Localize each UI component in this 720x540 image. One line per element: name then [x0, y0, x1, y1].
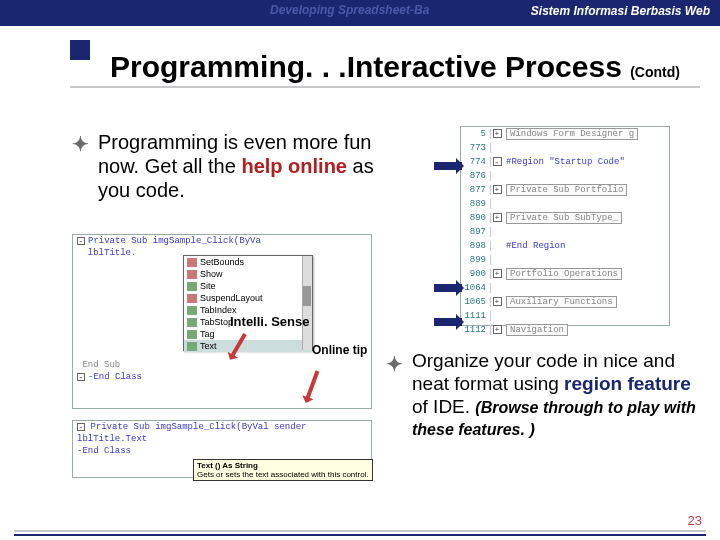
- arrow-marker-icon: [434, 318, 462, 326]
- line-number: 877: [461, 185, 491, 195]
- label-intellisense: Intelli. Sense: [230, 314, 309, 329]
- expand-toggle[interactable]: +: [491, 297, 503, 307]
- bullet-plus-icon: ✦: [386, 352, 403, 376]
- line-number: 889: [461, 199, 491, 209]
- popup-item[interactable]: Tag: [184, 328, 312, 340]
- code-region-row: 899: [461, 253, 669, 267]
- arrow-marker-icon: [434, 284, 462, 292]
- expand-toggle[interactable]: -: [491, 157, 503, 167]
- bullet-left-emphasis: help online: [241, 155, 347, 177]
- code-tooltip: Text () As String Gets or sets the text …: [193, 459, 373, 481]
- header-subtitle: Sistem Informasi Berbasis Web: [531, 4, 710, 18]
- scrollbar-thumb[interactable]: [303, 286, 311, 306]
- code-panel-tooltip: - Private Sub imgSample_Click(ByVal send…: [72, 420, 372, 478]
- line-number: 5: [461, 129, 491, 139]
- header-watermark: Developing Spreadsheet-Ba: [270, 3, 429, 17]
- code-text: #End Region: [503, 241, 565, 251]
- line-number: 899: [461, 255, 491, 265]
- page-title: Programming. . .Interactive Process (Con…: [110, 50, 720, 84]
- code-text: #Region "Startup Code": [503, 157, 625, 167]
- code-region-row: 890+Private Sub SubType_: [461, 211, 669, 225]
- bullet-plus-icon: ✦: [72, 132, 89, 156]
- expand-toggle[interactable]: +: [491, 185, 503, 195]
- code-region-row: 773: [461, 141, 669, 155]
- code-text: Auxiliary Functions: [503, 297, 617, 307]
- code-text: Private Sub SubType_: [503, 213, 622, 223]
- tooltip-text: Gets or sets the text associated with th…: [197, 470, 369, 479]
- code-text: Navigation: [503, 325, 568, 335]
- page-number: 23: [688, 513, 702, 528]
- content-area: ✦ Programming is even more fun now. Get …: [0, 120, 720, 510]
- line-number: 897: [461, 227, 491, 237]
- code-line: - Private Sub imgSample_Click(ByVal send…: [73, 421, 371, 433]
- code-region-row: 889: [461, 197, 669, 211]
- code-region-row: 774-#Region "Startup Code": [461, 155, 669, 169]
- expand-toggle[interactable]: +: [491, 213, 503, 223]
- code-region-row: 877+Private Sub Portfolio: [461, 183, 669, 197]
- title-main: Programming. . .Interactive Process: [110, 50, 630, 83]
- code-panel-intellisense: -Private Sub imgSample_Click(ByVa lblTit…: [72, 234, 372, 409]
- code-line: --End Class: [73, 371, 371, 383]
- popup-item[interactable]: Show: [184, 268, 312, 280]
- code-region-row: 900+Portfolio Operations: [461, 267, 669, 281]
- code-line: -End Class: [73, 445, 371, 457]
- intellisense-popup[interactable]: SetBounds Show Site SuspendLayout TabInd…: [183, 255, 313, 351]
- label-online-tip: Online tip: [312, 344, 367, 357]
- expand-toggle[interactable]: +: [491, 129, 503, 139]
- code-region-row: 1111: [461, 309, 669, 323]
- code-region-row: 5+Windows Form Designer g: [461, 127, 669, 141]
- code-region-row: 1112+Navigation: [461, 323, 669, 337]
- footer-rules: [0, 530, 720, 536]
- code-region-row: 876: [461, 169, 669, 183]
- popup-item[interactable]: Site: [184, 280, 312, 292]
- line-number: 890: [461, 213, 491, 223]
- bullet-left: ✦ Programming is even more fun now. Get …: [98, 130, 388, 202]
- code-text: Windows Form Designer g: [503, 129, 638, 139]
- code-region-row: 1065+Auxiliary Functions: [461, 295, 669, 309]
- line-number: 773: [461, 143, 491, 153]
- code-text: Private Sub Portfolio: [503, 185, 627, 195]
- popup-item[interactable]: SuspendLayout: [184, 292, 312, 304]
- code-text: Portfolio Operations: [503, 269, 622, 279]
- code-region-row: 898#End Region: [461, 239, 669, 253]
- bullet-right: ✦ Organize your code in nice and neat fo…: [412, 350, 702, 441]
- arrow-marker-icon: [434, 162, 462, 170]
- code-line: lblTitle.Text: [73, 433, 371, 445]
- code-panel-regions: 5+Windows Form Designer g773774-#Region …: [460, 126, 670, 326]
- code-region-row: 897: [461, 225, 669, 239]
- title-underline: [70, 86, 700, 88]
- expand-toggle[interactable]: +: [491, 269, 503, 279]
- title-suffix: (Contd): [630, 64, 680, 80]
- popup-item-selected[interactable]: Text: [184, 340, 312, 352]
- tooltip-label: Text () As String: [197, 461, 258, 470]
- header-bar: Developing Spreadsheet-Ba Sistem Informa…: [0, 0, 720, 26]
- line-number: 900: [461, 269, 491, 279]
- title-bullet-square: [70, 40, 90, 60]
- bullet-right-emphasis: region feature: [564, 373, 691, 394]
- code-region-row: 1064: [461, 281, 669, 295]
- bullet-right-post: of IDE.: [412, 396, 475, 417]
- popup-item[interactable]: SetBounds: [184, 256, 312, 268]
- scrollbar[interactable]: [302, 256, 312, 350]
- line-number: 898: [461, 241, 491, 251]
- expand-toggle[interactable]: +: [491, 325, 503, 335]
- code-line: -Private Sub imgSample_Click(ByVa: [73, 235, 371, 247]
- title-area: Programming. . .Interactive Process (Con…: [0, 50, 720, 88]
- line-number: 1065: [461, 297, 491, 307]
